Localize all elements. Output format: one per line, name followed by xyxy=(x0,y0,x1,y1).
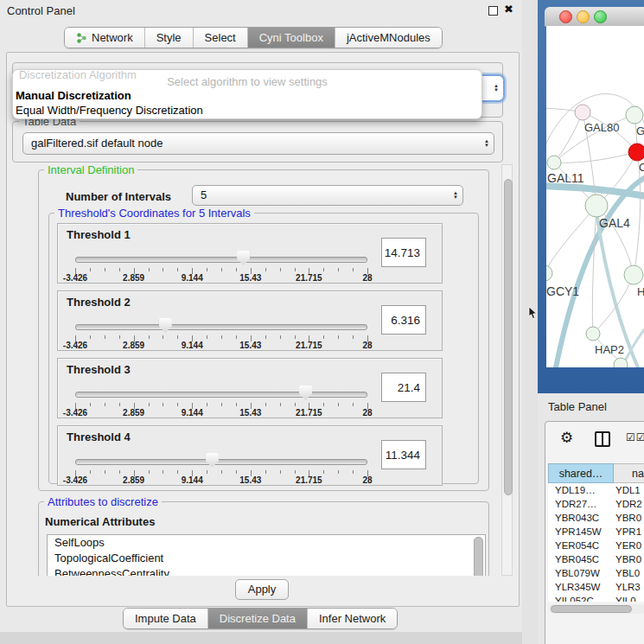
threshold-value-field[interactable]: 21.4 xyxy=(381,373,426,402)
top-tab-bar: Network Style Select Cyni Toolbox jActiv… xyxy=(64,27,443,48)
threshold-value-field[interactable]: 14.713 xyxy=(381,238,426,267)
tick-mark xyxy=(295,470,296,474)
cell-name[interactable]: YBR0 xyxy=(612,511,644,525)
node-gal4[interactable] xyxy=(585,194,608,217)
node-h[interactable] xyxy=(624,265,643,284)
tab-label: Select xyxy=(205,31,236,44)
network-window-titlebar[interactable] xyxy=(545,7,644,27)
list-scrollbar-thumb[interactable] xyxy=(474,537,483,576)
cell-shared-name[interactable]: YDR27… xyxy=(548,497,612,511)
node-bottom[interactable] xyxy=(614,358,628,367)
attribute-list-item[interactable]: TopologicalCoefficient xyxy=(48,551,485,566)
slider-tick-labels: -3.4262.8599.14415.4321.71528 xyxy=(75,273,367,282)
numerical-attributes-list[interactable]: SelfLoopsTopologicalCoefficientBetweenne… xyxy=(47,534,486,576)
cell-name[interactable]: YBL0 xyxy=(612,566,644,580)
attribute-list-item[interactable]: BetweennessCentrality xyxy=(48,566,485,576)
cell-name[interactable]: YLR3 xyxy=(612,580,644,594)
cell-shared-name[interactable]: YIL052C xyxy=(548,594,612,602)
cell-shared-name[interactable]: YDL19… xyxy=(548,483,612,497)
threshold-label: Threshold 3 xyxy=(67,363,131,376)
cell-shared-name[interactable]: YER054C xyxy=(548,539,612,552)
cell-shared-name[interactable]: YBR043C xyxy=(548,511,612,525)
table-hscrollbar-track[interactable] xyxy=(549,604,644,614)
settings-scroll-viewport: Interval Definition Number of Intervals … xyxy=(12,164,500,576)
table-row[interactable]: YDR27…YDR2 xyxy=(548,497,644,511)
table-row[interactable]: YBR043CYBR0 xyxy=(548,511,644,525)
table-row[interactable]: YBR045CYBR0 xyxy=(548,552,644,566)
cell-name[interactable]: YDR2 xyxy=(612,497,644,511)
attribute-list-item[interactable]: SelfLoops xyxy=(48,535,485,551)
stepper-icon: ▲▼ xyxy=(453,186,458,205)
column-header-shared[interactable]: shared… xyxy=(548,463,614,483)
node-ga[interactable] xyxy=(626,106,643,124)
tab-impute-data[interactable]: Impute Data xyxy=(124,609,207,628)
cell-name[interactable]: YDL1 xyxy=(612,483,644,497)
threshold-slider[interactable] xyxy=(75,455,367,469)
threshold-value-field[interactable]: 11.344 xyxy=(381,440,426,469)
number-of-intervals-combo[interactable]: 5 ▲▼ xyxy=(192,185,463,206)
tick-label: 15.43 xyxy=(239,341,261,350)
zoom-traffic-light-icon[interactable] xyxy=(594,10,607,23)
slider-thumb[interactable] xyxy=(206,453,219,468)
table-row[interactable]: YBL079WYBL0 xyxy=(548,566,644,580)
table-data-combo[interactable]: galFiltered.sif default node ▲▼ xyxy=(22,132,494,155)
tick-mark xyxy=(90,403,91,406)
table-row[interactable]: YDL19…YDL1 xyxy=(548,483,644,497)
float-window-icon[interactable] xyxy=(488,6,498,16)
tick-label: 28 xyxy=(362,475,372,485)
cell-shared-name[interactable]: YLR345W xyxy=(548,580,612,594)
tick-mark xyxy=(338,470,339,474)
cell-name[interactable]: YER0 xyxy=(612,539,644,552)
tab-select[interactable]: Select xyxy=(193,28,247,48)
minimize-traffic-light-icon[interactable] xyxy=(577,10,590,23)
tab-cyni-toolbox[interactable]: Cyni Toolbox xyxy=(247,28,335,48)
tick-mark xyxy=(265,335,266,339)
tab-jactivemnodules[interactable]: jActiveMNodules xyxy=(335,28,442,48)
threshold-value-field[interactable]: 6.316 xyxy=(381,305,426,335)
tab-infer-network[interactable]: Infer Network xyxy=(307,609,397,628)
threshold-slider[interactable] xyxy=(75,252,367,266)
tab-discretize-data[interactable]: Discretize Data xyxy=(207,609,307,628)
close-traffic-light-icon[interactable] xyxy=(559,10,572,23)
panel-scrollbar-track[interactable] xyxy=(501,164,513,576)
table-row[interactable]: YPR145WYPR1 xyxy=(548,525,644,539)
threshold-slider[interactable] xyxy=(75,320,367,334)
node-gcy1[interactable] xyxy=(546,265,552,281)
cell-shared-name[interactable]: YPR145W xyxy=(548,525,612,539)
tick-label: 21.715 xyxy=(296,475,322,485)
node-label: HAP2 xyxy=(595,343,624,356)
slider-thumb[interactable] xyxy=(237,251,250,265)
column-header-name[interactable]: na xyxy=(614,463,644,483)
columns-icon[interactable] xyxy=(595,431,610,447)
dropdown-option-equal-width[interactable]: Equal Width/Frequency Discretization xyxy=(16,104,203,117)
tick-mark xyxy=(207,470,207,474)
select-checkboxes-icon[interactable]: ☑☑ xyxy=(626,431,644,443)
cell-shared-name[interactable]: YBL079W xyxy=(548,566,612,580)
node-highlighted[interactable] xyxy=(628,143,644,161)
gear-icon[interactable]: ⚙ xyxy=(560,429,573,447)
node-hap2[interactable] xyxy=(586,327,600,341)
table-row[interactable]: YLR345WYLR3 xyxy=(548,580,644,594)
slider-thumb[interactable] xyxy=(299,386,312,400)
dropdown-option-manual[interactable]: Manual Discretization xyxy=(16,89,131,102)
tick-mark xyxy=(280,268,281,271)
tab-network[interactable]: Network xyxy=(65,28,144,48)
slider-thumb[interactable] xyxy=(159,318,172,333)
cell-name[interactable]: YIL0 xyxy=(612,594,644,602)
table-row[interactable]: YIL052CYIL0 xyxy=(548,594,644,602)
apply-button[interactable]: Apply xyxy=(235,579,289,600)
table-hscrollbar-thumb[interactable] xyxy=(551,605,632,613)
network-canvas[interactable]: GAL80 GA C GAL11 GAL4 GCY1 H HAP2 xyxy=(546,26,644,367)
close-icon[interactable]: ✖ xyxy=(504,3,513,16)
cell-name[interactable]: YPR1 xyxy=(612,525,644,539)
cell-name[interactable]: YBR0 xyxy=(612,552,644,566)
threshold-slider[interactable] xyxy=(75,387,367,401)
tick-mark xyxy=(353,268,354,271)
table-panel-card: ⚙ ☑☑ shared… na YDL19…YDL1YDR27…YDR2YBR0… xyxy=(545,421,644,644)
cell-shared-name[interactable]: YBR045C xyxy=(548,552,612,566)
tab-style[interactable]: Style xyxy=(144,28,193,48)
node-gal11[interactable] xyxy=(547,156,561,169)
panel-scrollbar-thumb[interactable] xyxy=(504,179,513,495)
table-row[interactable]: YER054CYER0 xyxy=(548,539,644,552)
node-gal80[interactable] xyxy=(575,105,590,120)
